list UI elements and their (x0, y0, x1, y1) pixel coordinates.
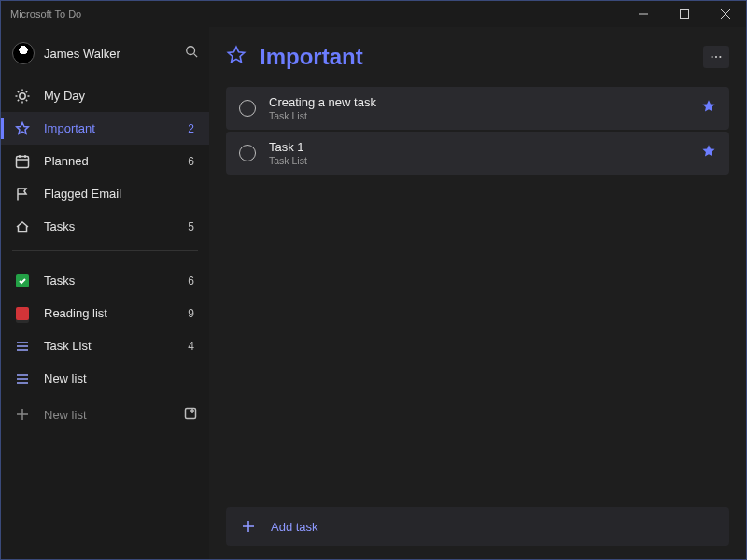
list-icon (14, 339, 31, 354)
red-square-icon (14, 307, 31, 320)
app-window: Microsoft To Do James Walker My Day (0, 0, 747, 560)
nav-smart-lists: My Day Important 2 Planned 6 (1, 79, 209, 243)
star-icon (14, 121, 31, 136)
task-row[interactable]: Creating a new task Task List (226, 87, 729, 130)
titlebar[interactable]: Microsoft To Do (1, 1, 746, 27)
task-subtitle: Task List (269, 155, 701, 166)
sidebar-list-newlist[interactable]: New list (1, 362, 209, 395)
sidebar-item-label: Reading list (44, 306, 188, 320)
svg-point-6 (20, 92, 25, 98)
new-group-button[interactable] (183, 406, 198, 424)
sidebar-item-label: Important (44, 121, 188, 135)
task-title: Creating a new task (269, 95, 701, 110)
calendar-icon (14, 154, 31, 169)
profile-row[interactable]: James Walker (1, 36, 209, 74)
page-title: Important (260, 44, 703, 70)
sidebar-item-count: 9 (188, 307, 194, 320)
task-text: Task 1 Task List (269, 140, 701, 167)
list-icon (14, 371, 31, 386)
svg-point-32 (719, 56, 721, 58)
sidebar-item-tasks[interactable]: Tasks 5 (1, 210, 209, 243)
star-filled-icon[interactable] (701, 99, 716, 118)
main-header: Important (226, 44, 729, 70)
sidebar-item-count: 2 (188, 122, 194, 135)
sidebar-item-important[interactable]: Important 2 (1, 112, 209, 145)
minimize-button[interactable] (623, 1, 664, 27)
sidebar-item-label: Tasks (44, 273, 188, 287)
close-button[interactable] (705, 1, 746, 27)
sidebar-list-tasklist[interactable]: Task List 4 (1, 329, 209, 362)
task-title: Task 1 (269, 140, 701, 155)
sidebar: James Walker My Day Important 2 (1, 27, 209, 559)
new-list-row[interactable]: New list (1, 397, 209, 432)
svg-line-11 (18, 91, 19, 91)
task-row[interactable]: Task 1 Task List (226, 132, 729, 175)
sidebar-list-tasks[interactable]: Tasks 6 (1, 264, 209, 297)
sidebar-item-label: My Day (44, 89, 194, 103)
more-options-button[interactable] (703, 46, 729, 68)
sidebar-item-label: Task List (44, 339, 188, 353)
profile-name: James Walker (44, 47, 185, 61)
sidebar-item-label: New list (44, 371, 194, 385)
plus-icon (241, 519, 256, 534)
app-body: James Walker My Day Important 2 (1, 27, 746, 559)
maximize-button[interactable] (664, 1, 705, 27)
svg-rect-15 (17, 156, 29, 167)
svg-rect-1 (681, 10, 689, 19)
app-title: Microsoft To Do (10, 8, 81, 20)
svg-rect-27 (186, 408, 196, 418)
plus-icon (14, 407, 31, 422)
sidebar-item-flagged[interactable]: Flagged Email (1, 177, 209, 210)
svg-point-31 (715, 56, 717, 58)
complete-toggle[interactable] (239, 100, 256, 117)
sidebar-item-label: Flagged Email (44, 187, 194, 201)
star-filled-icon[interactable] (701, 144, 716, 162)
sidebar-divider (12, 250, 198, 251)
sidebar-item-count: 6 (188, 274, 194, 287)
add-task-label: Add task (271, 520, 318, 534)
sidebar-item-label: Tasks (44, 219, 188, 233)
sidebar-item-count: 4 (188, 340, 194, 353)
home-icon (14, 219, 31, 234)
svg-point-4 (187, 47, 195, 55)
svg-line-12 (26, 99, 27, 100)
sidebar-item-label: Planned (44, 154, 188, 168)
flag-icon (14, 187, 31, 202)
nav-user-lists: Tasks 6 Reading list 9 Task List 4 New l… (1, 264, 209, 395)
svg-line-5 (194, 54, 198, 58)
svg-line-13 (18, 99, 19, 100)
green-check-icon (14, 274, 31, 287)
complete-toggle[interactable] (239, 145, 256, 161)
add-task-row[interactable]: Add task (226, 507, 729, 546)
sidebar-item-count: 6 (188, 155, 194, 168)
star-icon (226, 45, 247, 69)
sidebar-item-count: 5 (188, 220, 194, 233)
sidebar-list-reading[interactable]: Reading list 9 (1, 297, 209, 329)
window-controls (623, 1, 746, 27)
search-button[interactable] (185, 45, 198, 62)
task-list: Creating a new task Task List Task 1 Tas… (226, 87, 729, 175)
new-list-label: New list (44, 408, 183, 422)
sidebar-item-planned[interactable]: Planned 6 (1, 145, 209, 177)
sun-icon (14, 89, 31, 104)
task-text: Creating a new task Task List (269, 95, 701, 122)
svg-point-30 (712, 56, 713, 58)
task-subtitle: Task List (269, 110, 701, 121)
svg-line-14 (26, 91, 27, 91)
main-pane: Important Creating a new task Task List … (209, 27, 746, 559)
sidebar-item-myday[interactable]: My Day (1, 79, 209, 112)
avatar (12, 42, 35, 64)
